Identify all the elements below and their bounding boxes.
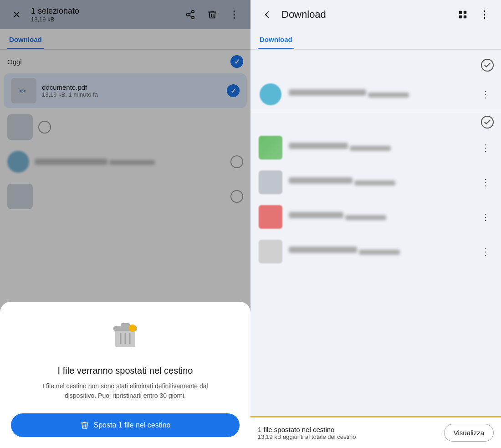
item2-more-button[interactable]: ⋮ xyxy=(477,140,494,155)
trash-icon-large xyxy=(107,316,143,353)
trash-btn-icon xyxy=(80,421,89,430)
right-file-meta-1 xyxy=(368,93,409,98)
right-check-2[interactable] xyxy=(481,116,494,129)
svg-rect-15 xyxy=(464,11,466,14)
right-section-header xyxy=(250,53,501,77)
item3-more-button[interactable]: ⋮ xyxy=(477,175,494,190)
right-thumb-3 xyxy=(258,170,283,195)
right-file-info-3 xyxy=(289,177,472,187)
thumb-blue-circle xyxy=(260,83,281,105)
item1-more-button[interactable]: ⋮ xyxy=(477,87,494,102)
right-file-list: ⋮ ⋮ xyxy=(250,50,501,448)
svg-rect-9 xyxy=(121,323,130,327)
thumb-green-box xyxy=(259,136,282,160)
right-section-header-2 xyxy=(250,112,501,130)
right-file-name-1 xyxy=(289,89,366,96)
back-icon xyxy=(261,9,272,20)
right-file-name-2 xyxy=(289,143,348,149)
svg-rect-16 xyxy=(459,15,462,18)
right-file-info-5 xyxy=(289,247,472,257)
sheet-description: I file nel cestino non sono stati elimin… xyxy=(30,381,221,401)
right-file-name-5 xyxy=(289,247,357,253)
right-select-all[interactable] xyxy=(481,59,494,72)
right-more-button[interactable]: ⋮ xyxy=(475,5,494,24)
thumb-gray-box xyxy=(259,170,282,194)
right-file-name-3 xyxy=(289,177,353,184)
right-file-item-1[interactable]: ⋮ xyxy=(250,77,501,112)
right-thumb-5 xyxy=(258,239,283,264)
snackbar: 1 file spostato nel cestino 13,19 kB agg… xyxy=(250,416,501,448)
right-file-info-4 xyxy=(289,212,472,222)
right-file-meta-3 xyxy=(354,180,395,185)
right-file-meta-5 xyxy=(359,250,400,255)
back-button[interactable] xyxy=(258,5,276,24)
move-btn-label: Sposta 1 file nel cestino xyxy=(94,421,171,429)
right-more-icon: ⋮ xyxy=(480,9,490,21)
grid-icon xyxy=(458,10,468,20)
snackbar-main-text: 1 file spostato nel cestino xyxy=(258,426,356,433)
delete-confirm-sheet: I file verranno spostati nel cestino I f… xyxy=(0,302,250,448)
snackbar-text: 1 file spostato nel cestino 13,19 kB agg… xyxy=(258,426,356,440)
right-header: Download ⋮ xyxy=(250,0,501,29)
right-thumb-2 xyxy=(258,135,283,160)
grid-view-button[interactable] xyxy=(454,5,472,24)
right-file-meta-2 xyxy=(350,146,391,151)
svg-point-13 xyxy=(129,324,136,332)
item4-more-button[interactable]: ⋮ xyxy=(477,210,494,224)
svg-rect-17 xyxy=(464,15,466,18)
left-panel: ✕ 1 selezionato 13,19 kB xyxy=(0,0,250,448)
thumb-gray2-box xyxy=(259,240,282,263)
right-file-info-1 xyxy=(289,89,472,99)
right-file-item-4[interactable]: ⋮ xyxy=(250,200,501,234)
right-header-title: Download xyxy=(281,9,450,21)
tab-download-right[interactable]: Download xyxy=(258,29,294,49)
right-file-item-2[interactable]: ⋮ xyxy=(250,130,501,165)
snackbar-sub-text: 13,19 kB aggiunti al totale del cestino xyxy=(258,433,356,440)
visualizza-button[interactable]: Visualizza xyxy=(444,424,494,442)
sheet-title: I file verranno spostati nel cestino xyxy=(58,366,193,376)
right-tab-bar: Download xyxy=(250,29,501,50)
thumb-red-box xyxy=(259,205,282,229)
right-panel: Download ⋮ Download xyxy=(250,0,501,448)
right-thumb-4 xyxy=(258,204,283,230)
move-to-trash-button[interactable]: Sposta 1 file nel cestino xyxy=(11,413,240,437)
right-thumb-1 xyxy=(258,82,283,107)
right-file-item-3[interactable]: ⋮ xyxy=(250,165,501,200)
right-file-item-5[interactable]: ⋮ xyxy=(250,234,501,269)
check-icon-1 xyxy=(483,61,491,69)
item5-more-button[interactable]: ⋮ xyxy=(477,244,494,259)
trash-illustration xyxy=(107,316,143,355)
right-file-info-2 xyxy=(289,143,472,153)
right-file-meta-4 xyxy=(345,215,386,220)
svg-rect-14 xyxy=(459,11,462,14)
check-icon-2 xyxy=(483,118,491,126)
right-file-name-4 xyxy=(289,212,343,218)
